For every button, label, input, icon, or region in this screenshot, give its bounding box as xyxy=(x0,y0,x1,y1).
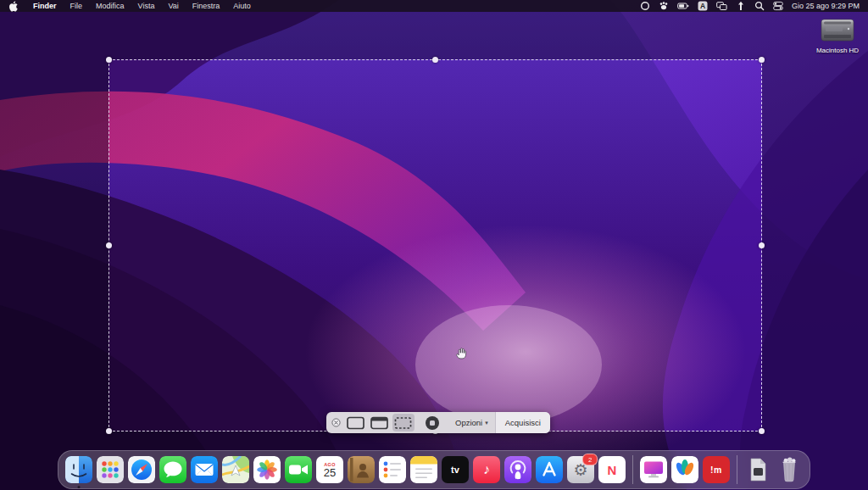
dock-item-contacts[interactable] xyxy=(348,456,375,483)
dock-item-exclaim-m-app[interactable]: !m xyxy=(703,456,730,483)
display-app-icon xyxy=(640,456,667,483)
capture-selection-button[interactable] xyxy=(392,414,415,432)
news-logo-letter: N xyxy=(598,456,626,483)
dock-item-downloads-file[interactable] xyxy=(744,456,771,483)
dock-item-trash[interactable] xyxy=(776,456,803,483)
input-source-icon[interactable]: A xyxy=(698,1,708,11)
calendar-day-text: 25 xyxy=(324,467,336,479)
capture-mode-buttons xyxy=(345,414,415,432)
selection-handle-top-left[interactable] xyxy=(106,57,112,63)
dock-item-leaves-app[interactable] xyxy=(671,456,698,483)
dock-item-launchpad[interactable] xyxy=(97,456,124,483)
podcasts-icon xyxy=(504,456,531,483)
appstore-icon xyxy=(536,456,563,483)
trash-icon xyxy=(776,456,803,483)
music-icon: ♪ xyxy=(473,456,500,483)
capture-screen-button[interactable] xyxy=(345,414,367,432)
battery-icon[interactable] xyxy=(677,1,689,11)
options-label: Opzioni xyxy=(455,418,482,427)
dock-separator xyxy=(737,455,737,484)
spotlight-icon[interactable] xyxy=(754,1,765,11)
dock-item-appletv[interactable]: tv xyxy=(442,456,469,483)
dock-item-notes[interactable] xyxy=(410,456,437,483)
downloads-file-icon xyxy=(744,456,771,483)
messages-icon xyxy=(159,456,186,483)
record-indicator-icon[interactable] xyxy=(640,1,650,11)
appletv-icon: tv xyxy=(442,456,469,483)
dock-item-facetime[interactable] xyxy=(285,456,312,483)
safari-icon xyxy=(128,456,155,483)
menu-items: FinderFileModificaVistaVaiFinestraAiuto xyxy=(33,2,251,10)
selection-handle-middle-right[interactable] xyxy=(759,242,765,248)
apple-menu-icon[interactable] xyxy=(8,1,18,12)
menu-item-vista[interactable]: Vista xyxy=(138,2,155,10)
leaves-app-icon xyxy=(671,456,698,483)
news-icon: N xyxy=(598,456,626,483)
launchpad-icon xyxy=(97,456,124,483)
selection-handle-top-center[interactable] xyxy=(432,57,438,63)
desktop-screen: FinderFileModificaVistaVaiFinestraAiuto … xyxy=(0,0,868,490)
menu-bar-left: FinderFileModificaVistaVaiFinestraAiuto xyxy=(8,1,251,12)
hard-drive-icon xyxy=(821,30,854,44)
record-selection-button[interactable] xyxy=(425,415,440,431)
photos-icon xyxy=(253,456,281,483)
menu-item-file[interactable]: File xyxy=(70,2,83,10)
selection-handle-bottom-left[interactable] xyxy=(106,428,112,434)
menu-item-finder[interactable]: Finder xyxy=(33,2,57,10)
svg-text:A: A xyxy=(700,2,705,10)
menu-item-finestra[interactable]: Finestra xyxy=(192,2,220,10)
notes-icon xyxy=(410,456,437,483)
maps-icon xyxy=(222,456,249,483)
dock-item-safari[interactable] xyxy=(128,456,155,483)
dock-item-settings[interactable]: ⚙2 xyxy=(567,456,594,483)
app-paw-icon[interactable] xyxy=(659,1,669,11)
music-note-glyph: ♪ xyxy=(473,456,500,483)
appletv-text: tv xyxy=(442,456,469,483)
capture-label: Acquisisci xyxy=(505,418,541,427)
dock-item-music[interactable]: ♪ xyxy=(473,456,500,483)
options-button[interactable]: Opzioni ▾ xyxy=(448,412,495,433)
calendar-icon: AGO25 xyxy=(316,456,343,483)
dock-item-finder[interactable] xyxy=(65,456,92,483)
running-indicator-dot xyxy=(78,486,81,488)
grab-hand-cursor xyxy=(454,347,467,363)
exclaim-m-app-icon: !m xyxy=(703,456,730,483)
selection-handle-bottom-right[interactable] xyxy=(759,428,765,434)
m-app-text: !m xyxy=(703,456,730,483)
dock-item-reminders[interactable] xyxy=(379,456,406,483)
chevron-down-icon: ▾ xyxy=(485,420,488,426)
control-center-icon[interactable] xyxy=(773,1,783,11)
contacts-icon xyxy=(348,456,375,483)
dock-item-appstore[interactable] xyxy=(536,456,563,483)
capture-button[interactable]: Acquisisci xyxy=(495,412,550,433)
close-toolbar-button[interactable] xyxy=(331,418,341,427)
dock-item-maps[interactable] xyxy=(222,456,249,483)
dock-item-calendar[interactable]: AGO25 xyxy=(316,456,343,483)
menu-item-modifica[interactable]: Modifica xyxy=(96,2,125,10)
screenshot-toolbar: Opzioni ▾ Acquisisci xyxy=(326,412,550,433)
dock-item-messages[interactable] xyxy=(159,456,186,483)
dock-item-photos[interactable] xyxy=(253,456,281,483)
mail-icon xyxy=(191,456,218,483)
capture-window-button[interactable] xyxy=(369,414,391,432)
screen-mirroring-icon[interactable] xyxy=(716,1,727,11)
dock-separator xyxy=(632,455,633,484)
facetime-icon xyxy=(285,456,312,483)
finder-icon xyxy=(65,456,92,483)
dock-item-news[interactable]: N xyxy=(598,456,626,483)
menu-bar-clock[interactable]: Gio 25 ago 9:29 PM xyxy=(792,2,860,10)
upload-arrow-icon[interactable] xyxy=(736,1,746,11)
dock-item-display-app[interactable] xyxy=(640,456,667,483)
status-icons: A xyxy=(640,1,783,11)
menu-bar-status-area: A Gio 25 ago 9:29 PM xyxy=(640,1,860,11)
dock-item-mail[interactable] xyxy=(191,456,218,483)
desktop-icon-macintosh-hd[interactable]: Macintosh HD xyxy=(808,19,867,54)
dock: AGO25tv♪⚙2N!m xyxy=(58,450,810,489)
dock-item-podcasts[interactable] xyxy=(504,456,531,483)
menu-bar: FinderFileModificaVistaVaiFinestraAiuto … xyxy=(0,0,868,12)
selection-handle-middle-left[interactable] xyxy=(106,242,112,248)
menu-item-vai[interactable]: Vai xyxy=(168,2,178,10)
selection-handle-top-right[interactable] xyxy=(759,57,765,63)
menu-item-aiuto[interactable]: Aiuto xyxy=(233,2,251,10)
capture-selection-region[interactable] xyxy=(108,59,762,432)
